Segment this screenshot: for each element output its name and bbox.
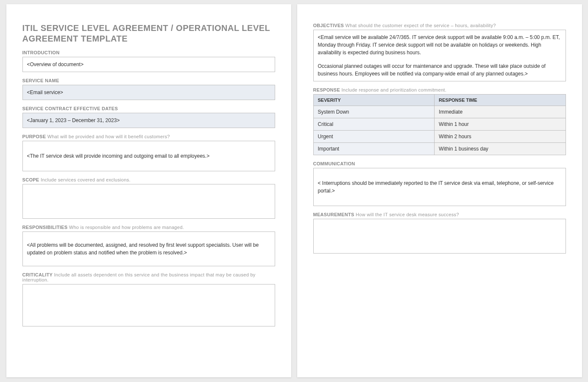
- table-row: Important Within 1 business day: [313, 143, 566, 155]
- label-response-text: RESPONSE: [313, 87, 340, 92]
- hint-criticality: Include all assets dependent on this ser…: [22, 272, 256, 282]
- field-service-name[interactable]: <Email service>: [22, 85, 275, 100]
- hint-responsibilities: Who is responsible and how problems are …: [69, 225, 184, 230]
- cell-response-time: Within 2 hours: [435, 131, 566, 143]
- page-1: ITIL SERVICE LEVEL AGREEMENT / OPERATION…: [6, 4, 291, 377]
- label-scope: SCOPE Include services covered and exclu…: [22, 177, 275, 182]
- label-introduction: INTRODUCTION: [22, 50, 275, 55]
- field-responsibilities[interactable]: <All problems will be documented, assign…: [22, 231, 275, 266]
- th-severity: SEVERITY: [313, 95, 435, 106]
- label-responsibilities-text: RESPONSIBILITIES: [22, 225, 68, 230]
- cell-severity: Critical: [313, 118, 435, 131]
- objectives-para-2: Occasional planned outages will occur fo…: [318, 62, 561, 78]
- hint-purpose: What will be provided and how will it be…: [47, 134, 170, 139]
- field-criticality[interactable]: [22, 284, 275, 326]
- document-title: ITIL SERVICE LEVEL AGREEMENT / OPERATION…: [22, 23, 275, 44]
- label-criticality: CRITICALITY Include all assets dependent…: [22, 272, 275, 282]
- label-responsibilities: RESPONSIBILITIES Who is responsible and …: [22, 225, 275, 230]
- field-communication[interactable]: < Interruptions should be immediately re…: [313, 168, 566, 206]
- page-2: OBJECTIVES What should the customer expe…: [297, 4, 582, 377]
- hint-measurements: How will the IT service desk measure suc…: [356, 212, 459, 217]
- label-objectives: OBJECTIVES What should the customer expe…: [313, 23, 566, 28]
- cell-response-time: Within 1 hour: [435, 118, 566, 131]
- field-scope[interactable]: [22, 184, 275, 219]
- table-row: Critical Within 1 hour: [313, 118, 566, 131]
- cell-response-time: Within 1 business day: [435, 143, 566, 155]
- label-communication: COMMUNICATION: [313, 161, 566, 166]
- field-effective-dates[interactable]: <January 1, 2023 – December 31, 2023>: [22, 113, 275, 128]
- response-table: SEVERITY RESPONSE TIME System Down Immed…: [313, 94, 566, 155]
- cell-severity: Urgent: [313, 131, 435, 143]
- label-criticality-text: CRITICALITY: [22, 272, 53, 277]
- cell-severity: Important: [313, 143, 435, 155]
- label-response: RESPONSE Include response and prioritiza…: [313, 87, 566, 92]
- th-response-time: RESPONSE TIME: [435, 95, 566, 106]
- field-objectives[interactable]: <Email service will be available 24/7/36…: [313, 30, 566, 81]
- label-objectives-text: OBJECTIVES: [313, 23, 344, 28]
- label-measurements-text: MEASUREMENTS: [313, 212, 354, 217]
- field-purpose[interactable]: <The IT service desk will provide incomi…: [22, 141, 275, 171]
- field-introduction[interactable]: <Overview of document>: [22, 57, 275, 72]
- label-measurements: MEASUREMENTS How will the IT service des…: [313, 212, 566, 217]
- label-scope-text: SCOPE: [22, 177, 39, 182]
- label-purpose-text: PURPOSE: [22, 134, 46, 139]
- label-service-name: SERVICE NAME: [22, 78, 275, 83]
- field-measurements[interactable]: [313, 219, 566, 254]
- hint-response: Include response and prioritization comm…: [341, 87, 446, 92]
- table-row: Urgent Within 2 hours: [313, 131, 566, 143]
- label-purpose: PURPOSE What will be provided and how wi…: [22, 134, 275, 139]
- cell-severity: System Down: [313, 106, 435, 118]
- cell-response-time: Immediate: [435, 106, 566, 118]
- hint-scope: Include services covered and exclusions.: [41, 177, 131, 182]
- hint-objectives: What should the customer expect of the s…: [346, 23, 496, 28]
- table-row: System Down Immediate: [313, 106, 566, 118]
- objectives-para-1: <Email service will be available 24/7/36…: [318, 33, 561, 56]
- label-effective-dates: SERVICE CONTRACT EFFECTIVE DATES: [22, 106, 275, 111]
